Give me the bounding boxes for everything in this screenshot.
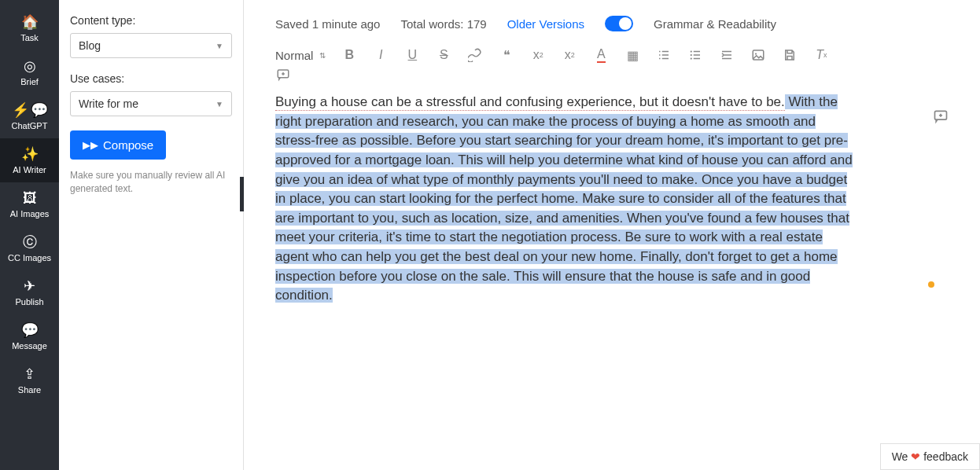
chat-icon: 💬: [21, 322, 39, 338]
cc-icon: ⓒ: [23, 234, 37, 250]
grammar-label: Grammar & Readability: [654, 17, 776, 31]
nav-label: Brief: [20, 77, 39, 86]
saved-status: Saved 1 minute ago: [275, 17, 380, 31]
svg-point-1: [691, 54, 692, 56]
word-count: Total words: 179: [400, 17, 486, 31]
status-dot: [928, 281, 934, 288]
indent-icon: [720, 48, 734, 62]
paper-plane-icon: ✈: [24, 278, 35, 294]
image-button[interactable]: [750, 48, 766, 62]
select-value: Write for me: [79, 97, 138, 110]
save-button-tb[interactable]: [782, 48, 798, 62]
highlight-button[interactable]: ▦: [624, 48, 640, 63]
caret-updown-icon: ⇅: [319, 51, 326, 60]
nav-ai-images[interactable]: 🖼 AI Images: [0, 182, 59, 226]
quote-button[interactable]: ❝: [499, 48, 514, 63]
subscript-button[interactable]: x2: [530, 48, 546, 62]
strikethrough-button[interactable]: S: [436, 48, 451, 62]
editor-content[interactable]: Buying a house can be a stressful and co…: [275, 93, 857, 306]
use-cases-label: Use cases:: [70, 72, 232, 85]
underline-button[interactable]: U: [404, 48, 420, 62]
magic-wand-icon: ✨: [21, 146, 39, 162]
share-icon: ⇪: [24, 366, 35, 382]
select-value: Blog: [79, 39, 101, 52]
editor-toolbar: Normal ⇅ B I U S ❝ x2 x2 A ▦: [244, 38, 980, 63]
comment-plus-icon: [933, 108, 949, 124]
help-text: Make sure you manually review all AI gen…: [70, 169, 232, 196]
bold-button[interactable]: B: [341, 48, 357, 62]
inline-comment-button[interactable]: [933, 108, 949, 127]
save-icon: [783, 48, 797, 62]
compose-button[interactable]: ▶▶ Compose: [70, 130, 166, 160]
nav-label: Task: [20, 33, 39, 42]
format-value: Normal: [275, 49, 313, 62]
indent-button[interactable]: [719, 48, 735, 62]
nav-share[interactable]: ⇪ Share: [0, 358, 59, 402]
target-icon: ◎: [24, 58, 36, 74]
top-bar: Saved 1 minute ago Total words: 179 Olde…: [244, 0, 980, 38]
nav-message[interactable]: 💬 Message: [0, 314, 59, 358]
fast-forward-icon: ▶▶: [83, 139, 98, 151]
main-area: Saved 1 minute ago Total words: 179 Olde…: [244, 0, 980, 470]
compose-label: Compose: [103, 138, 153, 152]
older-versions-link[interactable]: Older Versions: [507, 17, 584, 31]
text-color-button[interactable]: A: [593, 47, 609, 63]
nav-chatgpt[interactable]: ⚡💬 ChatGPT: [0, 94, 59, 138]
add-comment-button[interactable]: [275, 68, 291, 82]
feedback-button[interactable]: We ❤ feedback: [880, 443, 980, 470]
highlighted-body: With the right preparation and research,…: [275, 94, 853, 303]
nav-label: Message: [12, 341, 47, 351]
nav-brief[interactable]: ◎ Brief: [0, 50, 59, 94]
editor-wrap: Buying a house can be a stressful and co…: [244, 93, 980, 306]
grammar-toggle[interactable]: [605, 16, 633, 31]
nav-ai-writer[interactable]: ✨ AI Writer: [0, 138, 59, 182]
home-icon: 🏠: [21, 14, 39, 30]
bolt-chat-icon: ⚡💬: [12, 102, 48, 118]
nav-label: CC Images: [8, 253, 51, 263]
nav-rail: 🏠 Task ◎ Brief ⚡💬 ChatGPT ✨ AI Writer 🖼 …: [0, 0, 59, 470]
superscript-button[interactable]: x2: [562, 48, 577, 62]
side-panel: Content type: Blog ▼ Use cases: Write fo…: [59, 0, 244, 470]
feedback-suffix: feedback: [920, 450, 968, 463]
comment-plus-icon: [276, 68, 290, 82]
content-type-select[interactable]: Blog ▼: [70, 33, 232, 58]
link-button[interactable]: [467, 48, 483, 62]
svg-point-2: [691, 57, 692, 59]
image-icon: [751, 48, 765, 62]
content-type-label: Content type:: [70, 14, 232, 27]
feedback-prefix: We: [892, 450, 912, 463]
use-cases-select[interactable]: Write for me ▼: [70, 91, 232, 116]
caret-down-icon: ▼: [216, 42, 223, 50]
ol-icon: [657, 48, 671, 62]
nav-cc-images[interactable]: ⓒ CC Images: [0, 226, 59, 270]
svg-point-0: [691, 50, 692, 52]
toolbar-row2: [244, 63, 980, 93]
italic-button[interactable]: I: [373, 48, 389, 62]
images-icon: 🖼: [23, 190, 37, 206]
link-icon: [468, 48, 482, 62]
svg-point-4: [755, 53, 757, 54]
intro-sentence: Buying a house can be a stressful and co…: [275, 94, 785, 111]
clear-format-button[interactable]: Tx: [813, 48, 829, 62]
ordered-list-button[interactable]: [656, 48, 672, 62]
heart-icon: ❤: [911, 450, 920, 463]
ul-icon: [688, 48, 702, 62]
nav-label: AI Writer: [13, 165, 46, 174]
nav-task[interactable]: 🏠 Task: [0, 6, 59, 50]
unordered-list-button[interactable]: [687, 48, 703, 62]
nav-label: Share: [18, 385, 41, 395]
nav-label: Publish: [15, 297, 43, 307]
nav-publish[interactable]: ✈ Publish: [0, 270, 59, 314]
caret-down-icon: ▼: [216, 100, 223, 108]
nav-label: ChatGPT: [12, 121, 48, 130]
format-select[interactable]: Normal ⇅: [275, 49, 326, 62]
nav-label: AI Images: [10, 209, 50, 218]
